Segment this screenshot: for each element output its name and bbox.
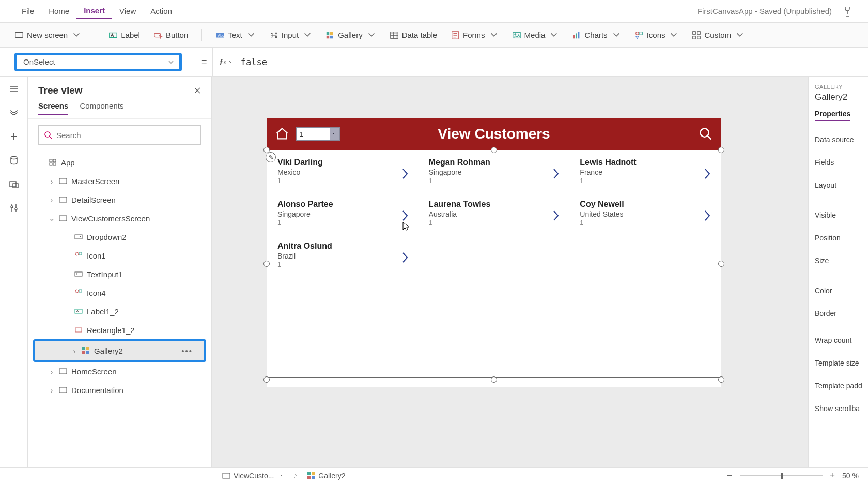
chevron-right-icon[interactable]	[401, 251, 409, 264]
text-dropdown[interactable]: Abc Text	[215, 31, 256, 40]
custom-dropdown[interactable]: Custom	[692, 31, 745, 40]
media-dropdown[interactable]: Media	[512, 31, 559, 40]
input-dropdown[interactable]: Input	[269, 31, 312, 40]
hamburger-icon[interactable]	[9, 84, 19, 94]
prop-size[interactable]: Size	[815, 256, 862, 265]
menu-action[interactable]: Action	[143, 4, 179, 19]
label-button[interactable]: Label	[109, 31, 140, 40]
gallery-dropdown[interactable]: Gallery	[326, 31, 376, 40]
selection-handle[interactable]	[264, 376, 270, 383]
zoom-out-button[interactable]: −	[727, 470, 733, 481]
formula-input[interactable]	[241, 57, 868, 67]
gallery-item[interactable]: Megan RohmanSingapore1	[419, 150, 570, 192]
diagnostics-icon[interactable]	[841, 5, 854, 18]
selection-handle[interactable]	[718, 261, 724, 267]
chevron-right-icon[interactable]	[552, 209, 560, 222]
gallery-item[interactable]: Alonso ParteeSingapore1	[267, 192, 419, 234]
tree-view-icon[interactable]	[9, 108, 19, 118]
tree-node-icon4[interactable]: Icon4	[28, 283, 211, 302]
prop-template-size[interactable]: Template size	[815, 359, 862, 367]
gallery-item[interactable]: Anitra OslundBrazil1	[267, 234, 419, 276]
prop-visible[interactable]: Visible	[815, 211, 862, 219]
media-pane-icon[interactable]	[9, 179, 19, 189]
tree-node-detailscreen[interactable]: ›DetailScreen	[28, 190, 211, 209]
gallery-item[interactable]: Viki DarlingMexico1	[267, 150, 419, 192]
home-icon[interactable]	[275, 127, 289, 141]
zoom-in-button[interactable]: +	[830, 470, 835, 481]
chevron-right-icon[interactable]	[401, 209, 409, 222]
new-screen-button[interactable]: New screen	[14, 31, 81, 40]
prop-data-source[interactable]: Data source	[815, 135, 862, 144]
prop-template-padding[interactable]: Template padd	[815, 382, 862, 390]
tree-node-rectangle1_2[interactable]: Rectangle1_2	[28, 321, 211, 339]
prop-layout[interactable]: Layout	[815, 181, 862, 189]
tree-search-input[interactable]	[56, 131, 195, 140]
gallery-item[interactable]: Laurena TowlesAustralia1	[419, 192, 570, 234]
property-selector[interactable]	[14, 53, 182, 71]
prop-fields[interactable]: Fields	[815, 158, 862, 167]
canvas-area[interactable]: 1 View Customers Viki DarlingMexico1 Meg…	[212, 77, 808, 467]
button-button[interactable]: Button	[153, 31, 188, 40]
tab-components[interactable]: Components	[80, 101, 123, 115]
tree-search[interactable]	[38, 125, 201, 145]
svg-rect-17	[578, 32, 580, 38]
gallery-item[interactable]: Lewis HadnottFrance1	[569, 150, 721, 192]
menu-view[interactable]: View	[112, 4, 143, 19]
selection-handle[interactable]	[718, 376, 724, 383]
tree-node-app[interactable]: App	[28, 153, 211, 172]
selection-handle[interactable]	[718, 147, 724, 153]
svg-point-28	[15, 208, 17, 210]
prop-color[interactable]: Color	[815, 286, 862, 295]
tree-node-textinput1[interactable]: TextInput1	[28, 265, 211, 283]
forms-dropdown[interactable]: Forms	[451, 31, 499, 40]
chevron-right-icon[interactable]	[552, 167, 560, 180]
properties-pane: GALLERY Gallery2 Properties Data source …	[808, 77, 868, 467]
zoom-slider[interactable]	[740, 475, 823, 476]
more-icon[interactable]: •••	[181, 346, 193, 355]
prop-show-scrollbar[interactable]: Show scrollba	[815, 404, 862, 413]
search-icon[interactable]	[699, 127, 713, 141]
tree-node-gallery2[interactable]: ›Gallery2•••	[35, 341, 204, 360]
chevron-down-icon	[72, 31, 81, 40]
svg-rect-55	[307, 476, 311, 479]
gallery-item[interactable]: Coy NewellUnited States1	[569, 192, 721, 234]
prop-wrap-count[interactable]: Wrap count	[815, 336, 862, 344]
close-icon[interactable]	[194, 87, 201, 94]
gallery2-control[interactable]: Viki DarlingMexico1 Megan RohmanSingapor…	[267, 150, 721, 378]
tree-node-viewcustomersscreen[interactable]: ⌄ViewCustomersScreen	[28, 209, 211, 228]
prop-border[interactable]: Border	[815, 309, 862, 318]
tree-node-documentation[interactable]: ›Documentation	[28, 381, 211, 399]
chevron-right-icon[interactable]	[703, 209, 711, 222]
breadcrumb-screen[interactable]: ViewCusto...	[222, 472, 283, 480]
chevron-right-icon[interactable]	[703, 167, 711, 180]
svg-rect-26	[13, 184, 18, 188]
advanced-tools-icon[interactable]	[9, 203, 19, 213]
charts-dropdown[interactable]: Charts	[572, 31, 621, 40]
menu-home[interactable]: Home	[41, 4, 76, 19]
tree-node-dropdown2[interactable]: Dropdown2	[28, 228, 211, 246]
tree-node-masterscreen[interactable]: ›MasterScreen	[28, 172, 211, 190]
dropdown2-control[interactable]: 1	[296, 127, 340, 141]
selection-handle[interactable]	[491, 147, 497, 153]
data-icon[interactable]	[9, 155, 19, 165]
selection-handle[interactable]	[491, 376, 497, 383]
menu-file[interactable]: File	[14, 4, 41, 19]
tree-node-icon1[interactable]: Icon1	[28, 246, 211, 265]
selection-handle[interactable]	[264, 261, 270, 267]
icons-dropdown[interactable]: Icons	[634, 31, 679, 40]
edit-template-icon[interactable]: ✎	[266, 152, 276, 162]
tab-screens[interactable]: Screens	[38, 101, 68, 115]
tab-properties[interactable]: Properties	[815, 110, 850, 121]
data-table-button[interactable]: Data table	[390, 31, 437, 40]
props-name: Gallery2	[815, 92, 862, 102]
fx-button[interactable]: fx	[220, 58, 234, 66]
breadcrumb-control[interactable]: Gallery2	[307, 472, 345, 480]
menu-insert[interactable]: Insert	[76, 3, 112, 19]
tree-node-label1_2[interactable]: Label1_2	[28, 302, 211, 321]
insert-pane-icon[interactable]	[9, 131, 19, 142]
prop-position[interactable]: Position	[815, 234, 862, 242]
chevron-right-icon	[292, 472, 298, 479]
chevron-right-icon[interactable]	[401, 167, 409, 180]
tree-node-homescreen[interactable]: ›HomeScreen	[28, 362, 211, 381]
app-canvas[interactable]: 1 View Customers Viki DarlingMexico1 Meg…	[267, 118, 721, 387]
